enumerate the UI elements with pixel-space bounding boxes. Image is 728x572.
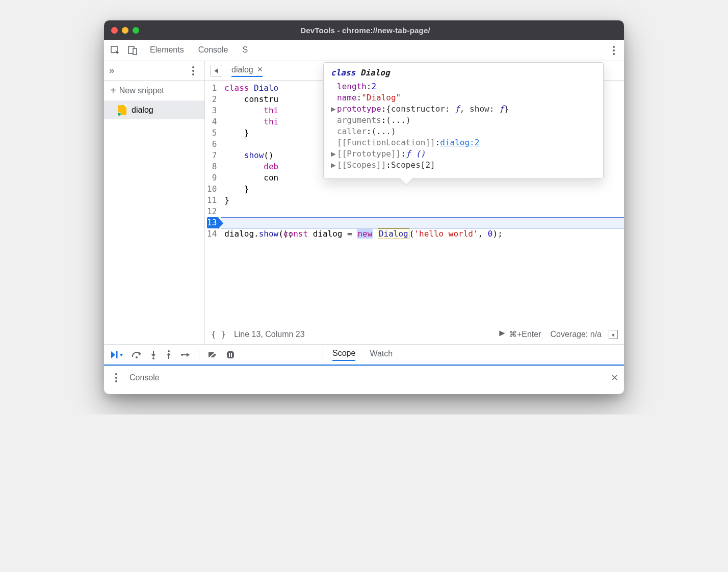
step-out-button[interactable] xyxy=(165,350,172,359)
property-value: (...) xyxy=(386,115,410,125)
execution-arrow-icon xyxy=(218,218,223,229)
property-value[interactable]: dialog:2 xyxy=(440,138,479,147)
property-key: length xyxy=(337,82,367,91)
svg-point-4 xyxy=(136,356,138,358)
expand-tabs-icon[interactable]: » xyxy=(109,65,114,76)
resume-button[interactable] xyxy=(110,350,123,359)
panel-tabs: Elements Console S xyxy=(150,45,248,56)
coverage-label: Coverage: n/a xyxy=(550,330,602,339)
device-toggle-icon[interactable] xyxy=(125,43,140,58)
deactivate-breakpoints-button[interactable] xyxy=(207,351,218,359)
top-toolbar: Elements Console S xyxy=(104,40,624,61)
property-row[interactable]: ▶[[Scopes]]: Scopes[2] xyxy=(331,160,596,170)
property-value: (...) xyxy=(371,126,396,136)
property-value: ƒ () xyxy=(406,149,426,159)
minimize-window-icon[interactable] xyxy=(122,27,128,34)
property-key: [[Scopes]] xyxy=(337,160,386,170)
highlighted-token-dialog[interactable]: Dialog xyxy=(378,228,409,239)
line-gutter: 123 456 789 101112 13 14 xyxy=(205,81,221,324)
property-key: [[FunctionLocation]] xyxy=(337,138,435,147)
file-tab-label: dialog xyxy=(231,65,253,74)
snippet-item-dialog[interactable]: dialog xyxy=(104,101,204,119)
property-key: arguments xyxy=(337,115,381,125)
property-row[interactable]: ▶caller: (...) xyxy=(331,126,596,136)
divider xyxy=(199,349,199,360)
svg-rect-2 xyxy=(133,48,137,55)
svg-point-8 xyxy=(168,350,170,352)
run-shortcut-label: ⌘+Enter xyxy=(509,329,541,339)
inspect-element-icon[interactable] xyxy=(108,43,122,58)
property-key: [[Prototype]] xyxy=(337,149,401,159)
maximize-window-icon[interactable] xyxy=(133,27,139,34)
svg-point-6 xyxy=(152,357,154,359)
step-into-button[interactable] xyxy=(150,350,157,359)
svg-point-10 xyxy=(181,354,183,356)
svg-rect-13 xyxy=(231,353,232,357)
settings-menu-icon[interactable] xyxy=(608,46,620,55)
property-row[interactable]: ▶name: "Dialog" xyxy=(331,93,596,102)
snippet-file-icon xyxy=(118,105,126,115)
new-snippet-label: New snippet xyxy=(119,86,164,95)
property-key: name xyxy=(337,93,357,102)
property-key: caller xyxy=(337,126,367,136)
svg-rect-3 xyxy=(116,351,118,358)
expand-triangle-icon[interactable]: ▶ xyxy=(331,160,337,170)
run-snippet-icon[interactable] xyxy=(499,330,506,339)
step-button[interactable] xyxy=(180,351,191,358)
expand-triangle-icon[interactable]: ▶ xyxy=(331,104,337,114)
property-value: "Dialog" xyxy=(361,93,401,102)
popover-header: class Dialog xyxy=(331,68,596,77)
svg-rect-12 xyxy=(229,353,230,357)
close-drawer-icon[interactable]: × xyxy=(611,371,618,384)
format-button[interactable]: { } xyxy=(211,329,226,339)
snippet-item-label: dialog xyxy=(132,106,153,115)
property-row[interactable]: ▶arguments: (...) xyxy=(331,115,596,125)
subtab-scope[interactable]: Scope xyxy=(332,349,355,361)
property-row[interactable]: ▶[[Prototype]]: ƒ () xyxy=(331,149,596,159)
debugger-bar: Scope Watch xyxy=(104,344,624,365)
tab-sources-truncated[interactable]: S xyxy=(242,45,248,56)
window-titlebar: DevTools - chrome://new-tab-page/ xyxy=(104,20,624,40)
step-over-button[interactable] xyxy=(132,351,142,359)
property-value: {constructor: ƒ, show: ƒ} xyxy=(386,104,509,114)
navigator-sidebar: » + New snippet dialog xyxy=(104,61,205,344)
property-key: prototype xyxy=(337,104,381,114)
property-row[interactable]: ▶prototype: {constructor: ƒ, show: ƒ} xyxy=(331,104,596,114)
property-value: Scopes[2] xyxy=(391,160,435,170)
plus-icon: + xyxy=(110,85,116,96)
debugger-subtabs: Scope Watch xyxy=(323,345,624,365)
subtab-watch[interactable]: Watch xyxy=(370,349,393,360)
current-line-number: 13 xyxy=(207,217,219,228)
expand-triangle-icon[interactable]: ▶ xyxy=(331,149,337,159)
editor-statusbar: { } Line 13, Column 23 ⌘+Enter Coverage:… xyxy=(205,324,624,344)
drawer-tab-console[interactable]: Console xyxy=(129,373,160,382)
property-row[interactable]: ▶[[FunctionLocation]]: dialog:2 xyxy=(331,138,596,147)
window-title: DevTools - chrome://new-tab-page/ xyxy=(139,26,591,35)
navigate-back-button[interactable] xyxy=(210,65,222,77)
console-drawer: Console × xyxy=(104,366,624,389)
close-tab-icon[interactable]: × xyxy=(257,64,263,75)
coverage-toggle-icon[interactable]: ▾ xyxy=(609,330,618,339)
new-snippet-button[interactable]: + New snippet xyxy=(104,81,204,101)
file-tab-dialog[interactable]: dialog × xyxy=(231,64,263,77)
debugger-controls xyxy=(104,345,323,365)
property-row[interactable]: ▶length: 2 xyxy=(331,82,596,91)
pause-on-exceptions-button[interactable] xyxy=(226,350,235,359)
drawer-menu-icon[interactable] xyxy=(110,373,122,382)
cursor-position: Line 13, Column 23 xyxy=(234,330,305,339)
traffic-lights xyxy=(111,27,139,34)
navigator-top: » xyxy=(104,61,204,81)
property-value: 2 xyxy=(371,82,376,91)
tab-console[interactable]: Console xyxy=(198,45,228,56)
object-inspector-popover: class Dialog ▶length: 2▶name: "Dialog"▶p… xyxy=(323,62,604,179)
tab-elements[interactable]: Elements xyxy=(150,45,184,56)
devtools-window: DevTools - chrome://new-tab-page/ Elemen… xyxy=(104,20,624,394)
close-window-icon[interactable] xyxy=(111,27,118,34)
navigator-menu-icon[interactable] xyxy=(187,66,199,75)
